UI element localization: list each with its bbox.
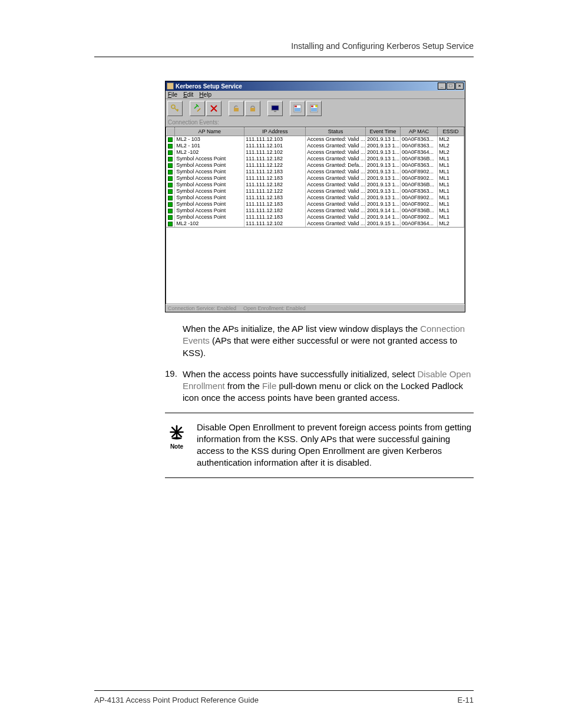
status-dot-icon (168, 163, 173, 168)
lock-closed-icon[interactable] (245, 101, 260, 116)
cell: 00A0F8363... (401, 162, 438, 169)
cell: Access Granted: Valid ... (306, 143, 366, 149)
status-dot-icon (168, 196, 173, 200)
cell: 00A0F836B... (401, 207, 438, 214)
menu-bar[interactable]: File Edit Help (166, 91, 465, 99)
table-row[interactable]: Symbol Access Point111.111.12.122Access … (167, 188, 464, 195)
col-header[interactable]: IP Address (244, 128, 306, 136)
col-header[interactable]: Status (306, 128, 366, 136)
col-header[interactable] (167, 128, 175, 136)
table-row[interactable]: ML2 - 103111.111.12.103Access Granted: V… (167, 136, 464, 143)
screen-icon[interactable] (267, 101, 283, 116)
col-header[interactable]: ESSID (438, 128, 464, 136)
cell: 00A0F8902... (401, 214, 438, 220)
page-running-header: Installing and Configuring Kerberos Setu… (94, 41, 474, 51)
cell: 00A0F8902... (401, 169, 438, 175)
cell: 2001.9.13 1... (366, 175, 401, 182)
table-row[interactable]: Symbol Access Point111.111.12.183Access … (167, 201, 464, 207)
cell (167, 169, 175, 175)
list2-icon[interactable] (306, 101, 322, 116)
cell: 00A0F8364... (401, 220, 438, 227)
cell: 111.111.12.122 (244, 188, 306, 195)
cell: Access Granted: Valid ... (306, 149, 366, 156)
cell: Symbol Access Point (175, 188, 244, 195)
status-dot-icon (168, 183, 173, 187)
status-enrollment: Open Enrollment: Enabled (243, 305, 306, 311)
note-rule-bottom (165, 477, 474, 478)
cell (167, 188, 175, 195)
cell: Symbol Access Point (175, 182, 244, 188)
cell: Access Granted: Valid ... (306, 169, 366, 175)
table-row[interactable]: ML2 -102111.111.12.102Access Granted: Va… (167, 149, 464, 156)
window-titlebar[interactable]: Kerberos Setup Service _ □ × (166, 81, 465, 91)
svg-rect-4 (274, 111, 276, 112)
events-table[interactable]: AP NameIP AddressStatusEvent TimeAP MACE… (166, 127, 465, 228)
menu-edit[interactable]: Edit (183, 91, 193, 98)
cell: 111.111.12.183 (244, 201, 306, 207)
table-row[interactable]: Symbol Access Point111.111.12.122Access … (167, 162, 464, 169)
cell: ML1 (438, 207, 464, 214)
cell (167, 136, 175, 143)
list1-icon[interactable] (290, 101, 305, 116)
connect-icon[interactable] (190, 101, 205, 116)
cell: 00A0F836B... (401, 182, 438, 188)
col-header[interactable]: AP Name (175, 128, 244, 136)
lock-open-icon[interactable] (229, 101, 244, 116)
toolbar (166, 99, 465, 118)
cell: 2001.9.13 1... (366, 156, 401, 162)
cell: Access Granted: Valid ... (306, 195, 366, 201)
footer-doc-title: AP-4131 Access Point Product Reference G… (94, 696, 259, 704)
term-file-menu: File (262, 381, 276, 391)
cell: ML2 - 101 (175, 143, 244, 149)
status-dot-icon (168, 137, 173, 142)
table-row[interactable]: Symbol Access Point111.111.12.183Access … (167, 169, 464, 175)
cell (167, 143, 175, 149)
cell: 2001.9.14 1... (366, 214, 401, 220)
disconnect-icon[interactable] (206, 101, 222, 116)
page-footer: AP-4131 Access Point Product Reference G… (94, 690, 474, 704)
close-button[interactable]: × (455, 83, 464, 90)
step-number: 19. (165, 368, 183, 404)
maximize-button[interactable]: □ (447, 83, 455, 90)
note-block: Note Disable Open Enrollment to prevent … (165, 421, 474, 469)
cell: ML1 (438, 214, 464, 220)
cell: 00A0F8902... (401, 201, 438, 207)
minimize-button[interactable]: _ (438, 83, 446, 90)
cell: Access Granted: Valid ... (306, 214, 366, 220)
cell: 00A0F8364... (401, 149, 438, 156)
table-row[interactable]: ML2 -102111.111.12.102Access Granted: Va… (167, 220, 464, 227)
cell (167, 175, 175, 182)
cell (167, 220, 175, 227)
cell: ML1 (438, 169, 464, 175)
cell: 111.111.12.101 (244, 143, 306, 149)
status-dot-icon (168, 222, 173, 226)
table-row[interactable]: Symbol Access Point111.111.12.183Access … (167, 214, 464, 220)
table-row[interactable]: ML2 - 101111.111.12.101Access Granted: V… (167, 143, 464, 149)
note-text: Disable Open Enrollment to prevent forei… (189, 421, 474, 469)
table-row[interactable]: Symbol Access Point111.111.12.182Access … (167, 182, 464, 188)
status-dot-icon (168, 202, 173, 207)
cell: 111.111.12.183 (244, 169, 306, 175)
note-rule-top (165, 413, 474, 413)
menu-file[interactable]: File (168, 91, 177, 98)
key-icon[interactable] (167, 101, 183, 116)
status-dot-icon (168, 150, 173, 155)
cell: 00A0F8363... (401, 136, 438, 143)
cell: ML2 (438, 136, 464, 143)
cell: Symbol Access Point (175, 207, 244, 214)
cell: Symbol Access Point (175, 175, 244, 182)
cell: ML2 -102 (175, 149, 244, 156)
cell: ML1 (438, 182, 464, 188)
kss-window: Kerberos Setup Service _ □ × File Edit H… (165, 81, 465, 312)
cell: Access Granted: Valid ... (306, 207, 366, 214)
menu-help[interactable]: Help (199, 91, 211, 98)
table-row[interactable]: Symbol Access Point111.111.12.182Access … (167, 156, 464, 162)
table-row[interactable]: Symbol Access Point111.111.12.182Access … (167, 207, 464, 214)
cell: 2001.9.13 1... (366, 182, 401, 188)
cell: 111.111.12.182 (244, 156, 306, 162)
cell: Access Granted: Valid ... (306, 182, 366, 188)
col-header[interactable]: Event Time (366, 128, 401, 136)
table-row[interactable]: Symbol Access Point111.111.12.183Access … (167, 195, 464, 201)
table-row[interactable]: Symbol Access Point111.111.12.183Access … (167, 175, 464, 182)
col-header[interactable]: AP MAC (401, 128, 438, 136)
